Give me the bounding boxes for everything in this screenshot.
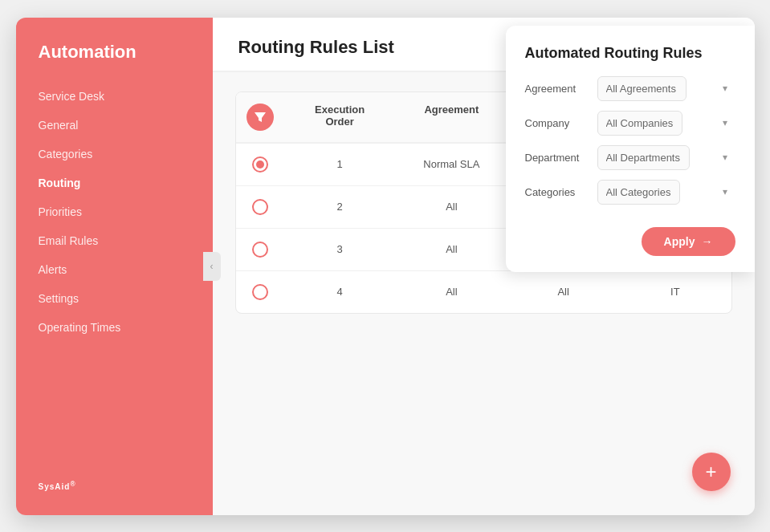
- filter-row-company: CompanyAll Companies: [525, 111, 735, 136]
- filter-select-wrapper-categories: All Categories: [597, 180, 735, 205]
- filter-icon: [246, 104, 274, 131]
- sidebar-logo: SysAid®: [16, 463, 213, 498]
- add-rule-button[interactable]: +: [692, 453, 731, 491]
- table-col-select: [236, 92, 284, 142]
- row-radio-1[interactable]: [236, 186, 284, 228]
- apply-arrow-icon: →: [702, 235, 713, 248]
- filter-label-categories: Categories: [525, 186, 597, 198]
- filter-select-agreement[interactable]: All Agreements: [597, 76, 686, 101]
- sidebar-item-service-desk[interactable]: Service Desk: [16, 82, 213, 111]
- filter-row-department: DepartmentAll Departments: [525, 145, 735, 170]
- filter-row-agreement: AgreementAll Agreements: [525, 76, 735, 101]
- row-administrator-3: IT: [619, 273, 731, 311]
- sidebar-title: Automation: [16, 42, 213, 82]
- row-order-3: 4: [284, 273, 396, 311]
- sidebar: Automation Service DeskGeneralCategories…: [16, 18, 213, 515]
- filter-select-company[interactable]: All Companies: [597, 111, 682, 136]
- filter-select-wrapper-agreement: All Agreements: [597, 76, 735, 101]
- automated-routing-panel: Automated Routing Rules AgreementAll Agr…: [506, 26, 755, 272]
- row-agreement-3: All: [396, 273, 507, 311]
- row-order-0: 1: [284, 145, 396, 183]
- radio-button-0[interactable]: [252, 156, 268, 173]
- filter-row-categories: CategoriesAll Categories: [525, 180, 735, 205]
- filter-select-categories[interactable]: All Categories: [597, 180, 680, 205]
- row-company-3: All: [507, 273, 619, 311]
- filter-select-department[interactable]: All Departments: [597, 145, 690, 170]
- filter-select-wrapper-company: All Companies: [597, 111, 735, 136]
- row-agreement-1: All: [396, 188, 507, 225]
- sidebar-item-alerts[interactable]: Alerts: [16, 255, 213, 284]
- apply-button[interactable]: Apply →: [642, 227, 735, 256]
- main-content: Routing Rules List ExecutionOrder A: [213, 18, 755, 515]
- sidebar-item-routing[interactable]: Routing: [16, 169, 213, 197]
- panel-title: Automated Routing Rules: [525, 45, 735, 62]
- row-radio-2[interactable]: [236, 229, 284, 270]
- table-col-execution-order: ExecutionOrder: [284, 92, 396, 142]
- filter-label-agreement: Agreement: [525, 83, 597, 95]
- logo-text: SysAid®: [39, 482, 76, 491]
- filter-label-company: Company: [525, 117, 597, 129]
- sidebar-item-operating-times[interactable]: Operating Times: [16, 313, 213, 342]
- sidebar-item-email-rules[interactable]: Email Rules: [16, 226, 213, 255]
- sidebar-nav: Service DeskGeneralCategoriesRoutingPrio…: [16, 82, 213, 464]
- radio-button-3[interactable]: [252, 284, 268, 300]
- sidebar-item-general[interactable]: General: [16, 111, 213, 140]
- row-radio-0[interactable]: [236, 144, 284, 185]
- filter-select-wrapper-department: All Departments: [597, 145, 735, 170]
- table-row: 4AllAllIT: [236, 271, 731, 313]
- apply-label: Apply: [664, 235, 695, 248]
- sidebar-item-settings[interactable]: Settings: [16, 284, 213, 313]
- row-order-2: 3: [284, 230, 396, 268]
- filter-label-department: Department: [525, 152, 597, 164]
- row-agreement-0: Normal SLA: [396, 145, 507, 183]
- sidebar-collapse-button[interactable]: ‹: [203, 252, 221, 281]
- table-col-agreement: Agreement: [396, 92, 507, 142]
- row-order-1: 2: [284, 188, 396, 225]
- sidebar-item-categories[interactable]: Categories: [16, 140, 213, 169]
- sidebar-item-priorities[interactable]: Priorities: [16, 197, 213, 226]
- logo-sup: ®: [70, 479, 75, 487]
- row-agreement-2: All: [396, 230, 507, 268]
- radio-button-1[interactable]: [252, 199, 268, 215]
- radio-button-2[interactable]: [252, 242, 268, 258]
- filter-rows: AgreementAll AgreementsCompanyAll Compan…: [525, 76, 735, 205]
- row-radio-3[interactable]: [236, 271, 284, 313]
